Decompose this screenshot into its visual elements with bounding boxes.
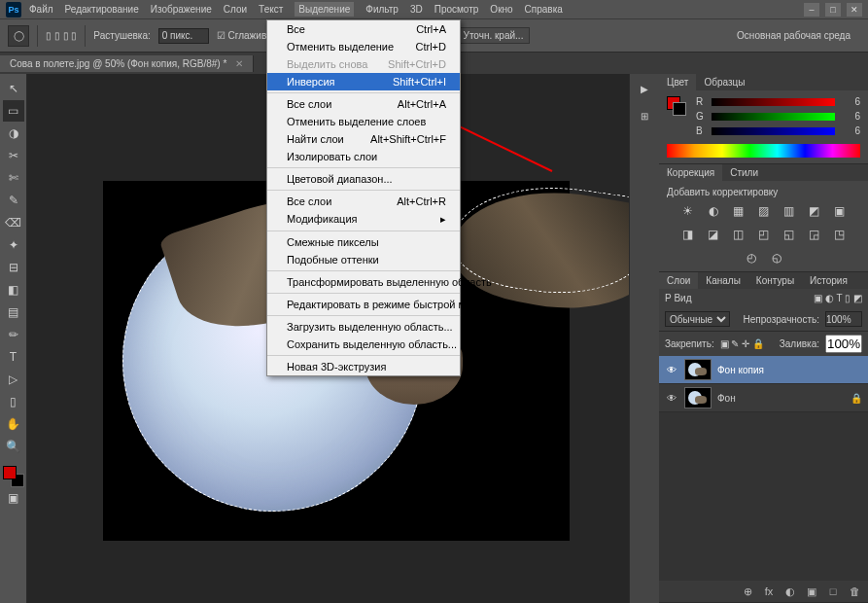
menu-edit[interactable]: Редактирование [65, 4, 139, 15]
play-icon[interactable]: ▶ [636, 80, 653, 97]
gradient-tool[interactable]: ✏ [3, 324, 24, 345]
r-slider[interactable] [712, 98, 835, 106]
menu-item[interactable]: ВсеCtrl+A [267, 20, 460, 38]
layer-row[interactable]: 👁 Фон 🔒 [659, 384, 868, 412]
menu-view[interactable]: Просмотр [434, 4, 479, 15]
tab-channels[interactable]: Каналы [698, 272, 748, 289]
menu-select[interactable]: Выделение [295, 2, 354, 17]
adj-icon[interactable]: ▥ [781, 203, 798, 219]
menu-item[interactable]: Все слоиAlt+Ctrl+A [267, 95, 460, 113]
menu-file[interactable]: Файл [29, 4, 53, 15]
blend-mode[interactable]: Обычные [665, 311, 730, 327]
crop-tool[interactable]: ✄ [3, 167, 24, 189]
adj-icon[interactable]: ▨ [755, 203, 773, 219]
adj-icon[interactable]: ◱ [781, 227, 798, 242]
visibility-icon[interactable]: 👁 [665, 365, 678, 375]
window-close[interactable]: ✕ [847, 3, 862, 17]
marquee-tool[interactable]: ▭ [3, 100, 24, 122]
adj-icon[interactable]: ☀ [679, 203, 697, 219]
adj-icon[interactable]: ◐ [705, 203, 722, 219]
tab-close-icon[interactable]: ✕ [235, 58, 243, 69]
mask-icon[interactable]: ◐ [782, 585, 798, 598]
adj-icon[interactable]: ◲ [806, 227, 823, 242]
tool-preset-icon[interactable]: ◯ [8, 25, 29, 47]
move-tool[interactable]: ↖ [3, 78, 24, 99]
document-tab[interactable]: Сова в полете.jpg @ 50% (Фон копия, RGB/… [0, 55, 254, 72]
tab-paths[interactable]: Контуры [748, 272, 802, 289]
menu-item[interactable]: ИнверсияShift+Ctrl+I [267, 73, 460, 90]
layer-thumb[interactable] [684, 387, 712, 408]
adj-icon[interactable]: ◳ [831, 227, 849, 242]
adj-icon[interactable]: ◪ [705, 227, 722, 242]
menu-item[interactable]: Найти слоиAlt+Shift+Ctrl+F [267, 130, 460, 148]
menu-filter[interactable]: Фильтр [365, 4, 399, 15]
type-tool[interactable]: T [3, 346, 24, 368]
menu-item[interactable]: Смежные пикселы [267, 233, 460, 251]
adjustment-layer-icon[interactable]: ▣ [804, 585, 819, 598]
selection-mode-icons[interactable]: ▯ ▯ ▯ ▯ [46, 30, 77, 41]
filter-icons[interactable]: ▣ ◐ T ▯ ◩ [814, 293, 862, 303]
adj-icon[interactable]: ▦ [730, 203, 747, 219]
menu-item[interactable]: Цветовой диапазон... [267, 170, 460, 188]
adj-icon[interactable]: ◰ [755, 227, 773, 242]
color-chips[interactable] [3, 466, 24, 487]
menu-item[interactable]: Изолировать слои [267, 148, 460, 165]
healing-tool[interactable]: ⌫ [3, 212, 24, 233]
lock-icons[interactable]: ▣ ✎ ✛ 🔒 [720, 338, 764, 349]
menu-item[interactable]: Модификация▸ [267, 210, 460, 229]
menu-item[interactable]: Трансформировать выделенную область [267, 273, 460, 291]
menu-item[interactable]: Все слоиAlt+Ctrl+R [267, 193, 460, 210]
color-chips-panel[interactable] [667, 96, 686, 116]
menu-3d[interactable]: 3D [410, 4, 423, 15]
tab-layers[interactable]: Слои [659, 272, 698, 289]
menu-item[interactable]: Отменить выделениеCtrl+D [267, 38, 460, 55]
tab-adjustments[interactable]: Коррекция [659, 164, 722, 181]
visibility-icon[interactable]: 👁 [665, 393, 678, 404]
menu-layers[interactable]: Слои [224, 4, 247, 15]
menu-text[interactable]: Текст [259, 4, 283, 15]
properties-icon[interactable]: ⊞ [636, 107, 653, 124]
window-min[interactable]: – [804, 3, 819, 17]
tab-history[interactable]: История [802, 272, 855, 289]
menu-image[interactable]: Изображение [151, 4, 212, 15]
menu-item[interactable]: Редактировать в режиме быстрой маски [267, 296, 460, 313]
adj-icon[interactable]: ◨ [679, 227, 697, 242]
layer-name[interactable]: Фон копия [717, 365, 764, 375]
menu-item[interactable]: Новая 3D-экструзия [267, 358, 460, 375]
menu-window[interactable]: Окно [490, 4, 512, 15]
lasso-tool[interactable]: ◑ [3, 123, 24, 144]
menu-item[interactable]: Сохранить выделенную область... [267, 336, 460, 353]
menu-item[interactable]: Загрузить выделенную область... [267, 318, 460, 336]
quick-select-tool[interactable]: ✂ [3, 145, 24, 166]
zoom-tool[interactable]: 🔍 [3, 436, 24, 457]
adj-icon[interactable]: ◫ [730, 227, 747, 242]
refine-edge-button[interactable]: Уточн. край... [457, 27, 531, 44]
layer-thumb[interactable] [684, 359, 712, 380]
tab-swatches[interactable]: Образцы [696, 74, 752, 90]
eyedropper-tool[interactable]: ✎ [3, 190, 24, 211]
workspace-switcher[interactable]: Основная рабочая среда [727, 28, 860, 43]
new-layer-icon[interactable]: □ [825, 585, 841, 598]
eraser-tool[interactable]: ▤ [3, 302, 24, 323]
adj-icon[interactable]: ◵ [768, 250, 785, 266]
adj-icon[interactable]: ◩ [806, 203, 823, 219]
tab-color[interactable]: Цвет [659, 74, 696, 90]
quick-mask-icon[interactable]: ▣ [3, 487, 24, 509]
history-brush-tool[interactable]: ◧ [3, 279, 24, 301]
fx-icon[interactable]: fx [761, 585, 777, 598]
menu-item[interactable]: Отменить выделение слоев [267, 113, 460, 130]
layer-row[interactable]: 👁 Фон копия [659, 356, 868, 384]
feather-input[interactable] [158, 28, 209, 44]
opacity-input[interactable] [825, 311, 862, 327]
menu-help[interactable]: Справка [525, 4, 563, 15]
shape-tool[interactable]: ▯ [3, 391, 24, 412]
spectrum-ramp[interactable] [667, 144, 860, 158]
fill-input[interactable] [825, 335, 862, 353]
adj-icon[interactable]: ◴ [743, 250, 760, 266]
layer-name[interactable]: Фон [717, 393, 736, 404]
menu-item[interactable]: Подобные оттенки [267, 251, 460, 268]
trash-icon[interactable]: 🗑 [847, 585, 862, 598]
window-max[interactable]: □ [825, 3, 841, 17]
g-slider[interactable] [712, 113, 835, 121]
adj-icon[interactable]: ▣ [831, 203, 849, 219]
